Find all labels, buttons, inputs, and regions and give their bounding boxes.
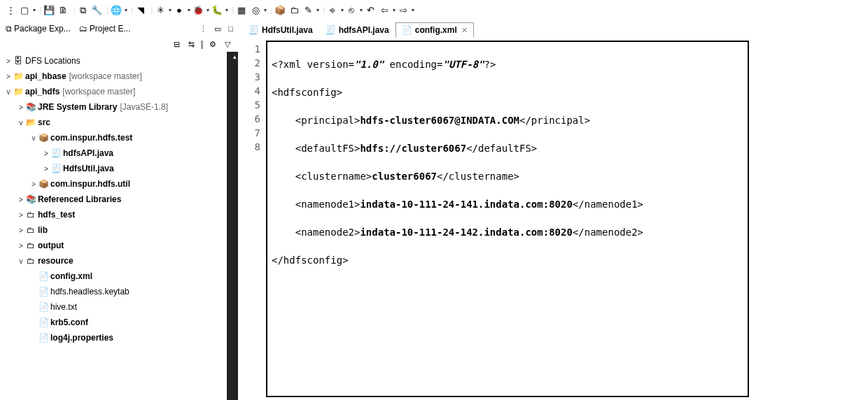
type-icon[interactable]: 🗀 <box>288 4 300 17</box>
tree-node[interactable]: v🗀resource <box>0 253 238 269</box>
dotted-menu-icon[interactable]: ⋮ <box>197 24 209 34</box>
node-suffix: [workspace master] <box>69 71 142 81</box>
node-icon: 📚 <box>25 194 36 204</box>
tree-node[interactable]: 📄config.xml <box>0 269 238 284</box>
editor-tab[interactable]: 🧾HdfsUtil.java <box>242 22 319 38</box>
save-icon[interactable]: 💾 <box>43 4 55 17</box>
tree-node[interactable]: v📁api_hdfs[workspace master] <box>0 84 238 99</box>
minimize-view-icon[interactable]: ▭ <box>212 24 223 34</box>
debug-icon[interactable]: 🐞 <box>192 4 204 17</box>
expand-toggle[interactable]: > <box>17 103 25 111</box>
node-label: hive.txt <box>49 302 77 312</box>
expand-toggle[interactable]: > <box>17 227 25 234</box>
fwd-icon[interactable]: ⇨ <box>397 4 410 17</box>
undo-icon[interactable]: ↶ <box>364 4 377 17</box>
expand-toggle[interactable]: > <box>4 73 13 80</box>
tree-node[interactable]: v📦com.inspur.hdfs.test <box>0 130 238 145</box>
tab-label: Package Exp... <box>14 24 71 34</box>
package-icon[interactable]: 📦 <box>274 4 286 17</box>
tree-node[interactable]: 📄krb5.conf <box>0 315 238 330</box>
stop-icon-dropdown[interactable]: ▾ <box>264 7 267 13</box>
grid-icon[interactable]: ▦ <box>235 4 248 17</box>
expand-toggle[interactable]: > <box>42 165 50 173</box>
bug-alt-icon[interactable]: 🐛 <box>211 4 223 17</box>
scroll-up-icon[interactable]: ▴ <box>233 53 237 60</box>
back-icon[interactable]: ⇦ <box>378 4 391 17</box>
editor-tab[interactable]: 📄config.xml✕ <box>396 22 474 38</box>
tree-node[interactable]: v📂src <box>0 115 238 130</box>
grip[interactable]: ⋮ <box>4 4 17 17</box>
toolbar-separator: ⋮ <box>268 6 272 14</box>
back-icon-dropdown[interactable]: ▾ <box>393 7 396 13</box>
globe-icon-dropdown[interactable]: ▾ <box>125 7 127 13</box>
tab-label: hdfsAPI.java <box>339 25 389 35</box>
tree-node[interactable]: 📄hdfs.headless.keytab <box>0 284 238 299</box>
stop-icon[interactable]: ◎ <box>249 4 262 17</box>
editor-tab[interactable]: 🧾hdfsAPI.java <box>319 22 396 38</box>
expand-toggle[interactable]: > <box>17 211 25 219</box>
namenode2-value: indata-10-111-24-142.indata.com:8020 <box>360 227 572 238</box>
task-alt-icon-dropdown[interactable]: ▾ <box>360 7 363 13</box>
globe-icon[interactable]: 🌐 <box>110 4 122 17</box>
view-menu-icon[interactable]: ▽ <box>223 40 232 49</box>
expand-toggle[interactable]: v <box>17 257 25 265</box>
task-alt-icon[interactable]: ⎋ <box>345 4 358 17</box>
code-editor[interactable]: <?xml version="1.0" encoding="UTF-8"?> <… <box>266 41 749 397</box>
tree-node[interactable]: >🗀output <box>0 238 238 253</box>
tab-package-explorer[interactable]: ⧉ Package Exp... <box>3 22 74 35</box>
task-icon-dropdown[interactable]: ▾ <box>341 7 344 13</box>
expand-toggle[interactable]: v <box>29 134 38 142</box>
tab-label: Project E... <box>90 24 131 34</box>
save-all-icon[interactable]: 🗎 <box>57 4 69 17</box>
link-editor-icon[interactable]: ⇆ <box>186 40 197 49</box>
vertical-scrollbar[interactable]: ▴ <box>227 52 238 400</box>
collapse-all-icon[interactable]: ⊟ <box>172 40 182 49</box>
line-number: 5 <box>238 98 260 112</box>
tree-node[interactable]: >📚JRE System Library[JavaSE-1.8] <box>0 99 238 115</box>
expand-toggle[interactable]: > <box>42 150 50 157</box>
tree-node[interactable]: >🗀lib <box>0 222 238 238</box>
expand-toggle[interactable]: > <box>29 180 38 188</box>
tree-node[interactable]: >🧾hdfsAPI.java <box>0 145 238 161</box>
task-icon[interactable]: ⎆ <box>326 4 339 17</box>
node-label: DFS Locations <box>24 56 80 66</box>
expand-toggle[interactable]: v <box>4 88 13 96</box>
filter-icon[interactable]: ⚙ <box>207 40 218 49</box>
defaultfs-value: hdfs://cluster6067 <box>360 143 466 154</box>
play-icon-dropdown[interactable]: ▾ <box>188 7 190 13</box>
toggle-icon[interactable]: ⧉ <box>76 4 89 17</box>
tab-project-explorer[interactable]: 🗂 Project E... <box>76 22 134 35</box>
tree-node[interactable]: >🗀hdfs_test <box>0 207 238 222</box>
tree-node[interactable]: >🧾HdfsUtil.java <box>0 161 238 176</box>
gear-icon-dropdown[interactable]: ▾ <box>169 7 172 13</box>
tree-node[interactable]: >📚Referenced Libraries <box>0 192 238 207</box>
wand-icon-dropdown[interactable]: ▾ <box>316 7 319 13</box>
expand-toggle[interactable]: > <box>17 242 25 250</box>
tree-node[interactable]: >🗄DFS Locations <box>0 53 238 69</box>
line-number: 1 <box>238 42 260 56</box>
bug-alt-icon-dropdown[interactable]: ▾ <box>225 7 228 13</box>
project-tree[interactable]: >🗄DFS Locations>📁api_hbase[workspace mas… <box>0 52 238 400</box>
node-icon: 🗀 <box>25 210 36 220</box>
expand-toggle[interactable]: > <box>4 57 13 65</box>
tree-node[interactable]: >📦com.inspur.hdfs.util <box>0 176 238 192</box>
expand-toggle[interactable]: > <box>17 196 25 203</box>
build-icon[interactable]: 🔧 <box>90 4 103 17</box>
tree-node[interactable]: >📁api_hbase[workspace master] <box>0 69 238 84</box>
wand-icon[interactable]: ✎ <box>302 4 314 17</box>
tool-icon[interactable]: ◥ <box>134 4 147 17</box>
maximize-view-icon[interactable]: □ <box>226 24 235 33</box>
gear-icon[interactable]: ✳ <box>154 4 167 17</box>
node-icon: 🗀 <box>25 241 36 250</box>
new-icon-dropdown[interactable]: ▾ <box>33 7 36 13</box>
new-icon[interactable]: ▢ <box>18 4 31 17</box>
line-number: 6 <box>238 112 260 126</box>
fwd-icon-dropdown[interactable]: ▾ <box>412 7 414 13</box>
node-icon: 📄 <box>38 317 49 327</box>
tree-node[interactable]: 📄log4j.properties <box>0 330 238 345</box>
expand-toggle[interactable]: v <box>17 119 25 127</box>
close-tab-icon[interactable]: ✕ <box>461 26 468 35</box>
tree-node[interactable]: 📄hive.txt <box>0 299 238 315</box>
debug-icon-dropdown[interactable]: ▾ <box>206 7 209 13</box>
play-icon[interactable]: ● <box>173 4 186 17</box>
